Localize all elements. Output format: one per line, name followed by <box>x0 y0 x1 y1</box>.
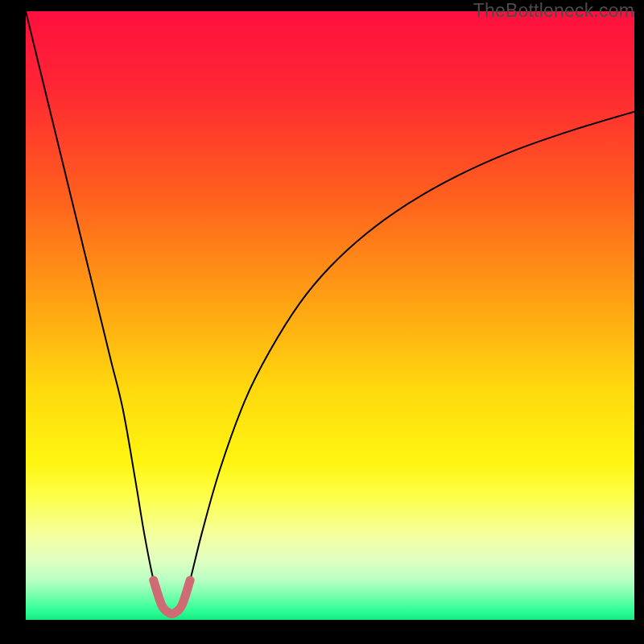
bottleneck-curve <box>26 11 634 613</box>
chart-frame: TheBottleneck.com <box>0 0 644 644</box>
plot-area <box>26 11 634 620</box>
curve-layer <box>26 11 634 620</box>
highlight-bottom <box>154 580 190 614</box>
watermark-text: TheBottleneck.com <box>473 0 634 22</box>
